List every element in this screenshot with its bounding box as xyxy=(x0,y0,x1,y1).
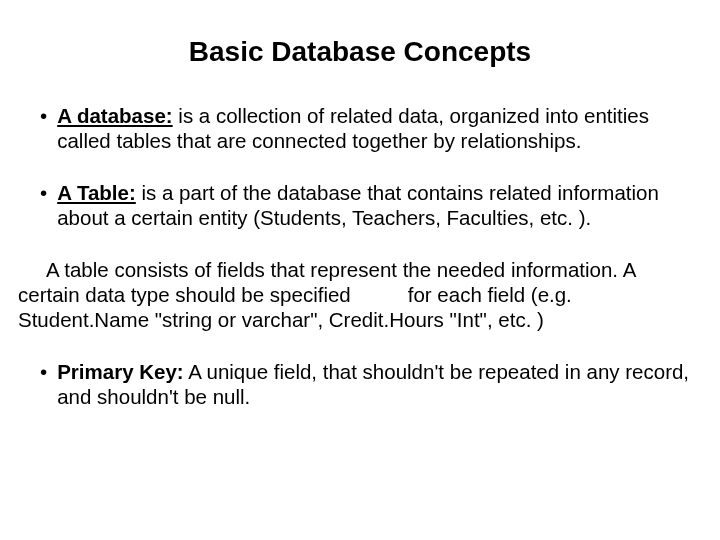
bullet-primary-key: • Primary Key: A unique field, that shou… xyxy=(18,360,702,409)
bullet-mark: • xyxy=(18,181,57,230)
term-primary-key: Primary Key: xyxy=(57,360,183,383)
bullet-table: • A Table: is a part of the database tha… xyxy=(18,181,702,230)
bullet-mark: • xyxy=(18,104,57,153)
bullet-text: Primary Key: A unique field, that should… xyxy=(57,360,702,409)
paragraph-table-fields: A table consists of fields that represen… xyxy=(18,258,692,332)
bullet-mark: • xyxy=(18,360,57,409)
slide-title: Basic Database Concepts xyxy=(18,36,702,68)
bullet-text: A database: is a collection of related d… xyxy=(57,104,702,153)
slide-content: • A database: is a collection of related… xyxy=(18,104,702,409)
term-database: A database: xyxy=(57,104,172,127)
bullet-text: A Table: is a part of the database that … xyxy=(57,181,702,230)
def-table: is a part of the database that contains … xyxy=(57,181,659,229)
term-table: A Table: xyxy=(57,181,136,204)
bullet-database: • A database: is a collection of related… xyxy=(18,104,702,153)
